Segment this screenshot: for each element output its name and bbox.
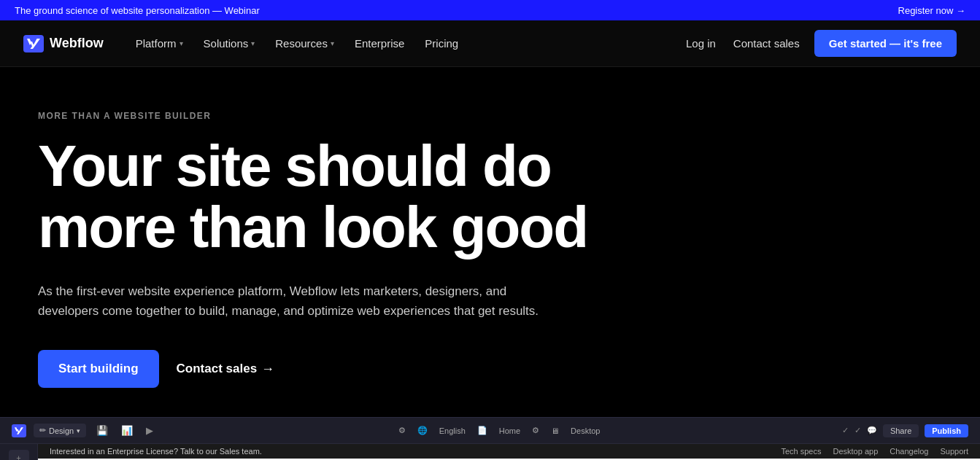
contact-sales-link[interactable]: Contact sales — [730, 31, 803, 55]
logo-icon — [23, 35, 44, 52]
nav-solutions[interactable]: Solutions ▾ — [195, 31, 264, 55]
get-started-button[interactable]: Get started — it's free — [814, 30, 957, 57]
announcement-bar: The ground science of website personaliz… — [0, 0, 980, 20]
add-icon[interactable]: + — [9, 450, 29, 460]
left-panel: + ▣ — [0, 444, 38, 460]
desktop-icon: 🖥 — [551, 426, 559, 435]
login-link[interactable]: Log in — [683, 31, 719, 55]
desktop-app-link[interactable]: Desktop app — [833, 447, 878, 456]
hero-subtext: As the first-ever website experience pla… — [38, 281, 563, 321]
site-announcement-links: Tech specs Desktop app Changelog Support — [781, 447, 968, 456]
desktop-label[interactable]: Desktop — [571, 426, 600, 435]
chevron-down-icon: ▾ — [180, 39, 183, 47]
support-link[interactable]: Support — [940, 447, 968, 456]
designer-toolbar: ✏ Design ▾ 💾 📊 ▶ ⚙ 🌐 English 📄 Home ⚙ 🖥 … — [0, 418, 980, 444]
website-preview: + ▣ Interested in an Enterprise License?… — [0, 444, 980, 460]
save-icon-button[interactable]: 💾 — [93, 424, 111, 437]
navbar: Webflow Platform ▾ Solutions ▾ Resources… — [0, 20, 980, 67]
home-settings-icon[interactable]: ⚙ — [532, 426, 539, 435]
nav-resources[interactable]: Resources ▾ — [266, 31, 343, 55]
tech-specs-link[interactable]: Tech specs — [781, 447, 821, 456]
announcement-cta[interactable]: Register now → — [898, 5, 965, 16]
contact-sales-button[interactable]: Contact sales → — [177, 362, 275, 377]
hero-eyebrow: MORE THAN A WEBSITE BUILDER — [38, 111, 942, 121]
toolbar-logo — [12, 424, 26, 437]
check2-icon: ✓ — [854, 426, 861, 435]
preview-bar: ✏ Design ▾ 💾 📊 ▶ ⚙ 🌐 English 📄 Home ⚙ 🖥 … — [0, 417, 980, 460]
home-label[interactable]: Home — [499, 426, 520, 435]
home-icon: 📄 — [477, 426, 487, 435]
hero-headline: Your site should do more than look good — [38, 136, 709, 258]
site-announcement-text: Interested in an Enterprise License? Tal… — [50, 447, 262, 456]
navbar-nav: Platform ▾ Solutions ▾ Resources ▾ Enter… — [127, 31, 683, 55]
globe-icon: 🌐 — [417, 426, 428, 435]
share-button[interactable]: Share — [883, 424, 919, 437]
nav-platform[interactable]: Platform ▾ — [127, 31, 192, 55]
announcement-text: The ground science of website personaliz… — [15, 5, 260, 16]
changelog-link[interactable]: Changelog — [890, 447, 928, 456]
logo-text: Webflow — [50, 36, 104, 51]
hero-cta: Start building Contact sales → — [38, 350, 942, 388]
toolbar-center: ⚙ 🌐 English 📄 Home ⚙ 🖥 Desktop — [165, 426, 833, 435]
hero-section: MORE THAN A WEBSITE BUILDER Your site sh… — [0, 67, 980, 417]
chevron-down-icon: ▾ — [331, 39, 334, 47]
english-label[interactable]: English — [439, 426, 466, 435]
start-building-button[interactable]: Start building — [38, 350, 159, 388]
check-icon: ✓ — [842, 426, 849, 435]
settings-icon[interactable]: ⚙ — [398, 426, 406, 435]
navbar-right: Log in Contact sales Get started — it's … — [683, 30, 957, 57]
site-content: Interested in an Enterprise License? Tal… — [38, 444, 980, 460]
comment-icon: 💬 — [867, 426, 877, 435]
publish-button[interactable]: Publish — [925, 424, 968, 437]
history-icon-button[interactable]: 📊 — [118, 424, 136, 437]
play-icon-button[interactable]: ▶ — [143, 424, 156, 437]
toolbar-left: ✏ Design ▾ 💾 📊 ▶ — [12, 424, 156, 437]
nav-pricing[interactable]: Pricing — [416, 31, 467, 55]
pencil-icon: ✏ — [39, 426, 46, 435]
navbar-logo[interactable]: Webflow — [23, 35, 104, 52]
design-button[interactable]: ✏ Design ▾ — [34, 424, 86, 437]
toolbar-right: ✓ ✓ 💬 Share Publish — [842, 424, 968, 437]
nav-enterprise[interactable]: Enterprise — [346, 31, 413, 55]
arrow-icon: → — [261, 362, 274, 377]
chevron-down-icon: ▾ — [251, 39, 255, 47]
chevron-icon: ▾ — [77, 427, 80, 434]
site-announcement-bar: Interested in an Enterprise License? Tal… — [38, 444, 980, 459]
